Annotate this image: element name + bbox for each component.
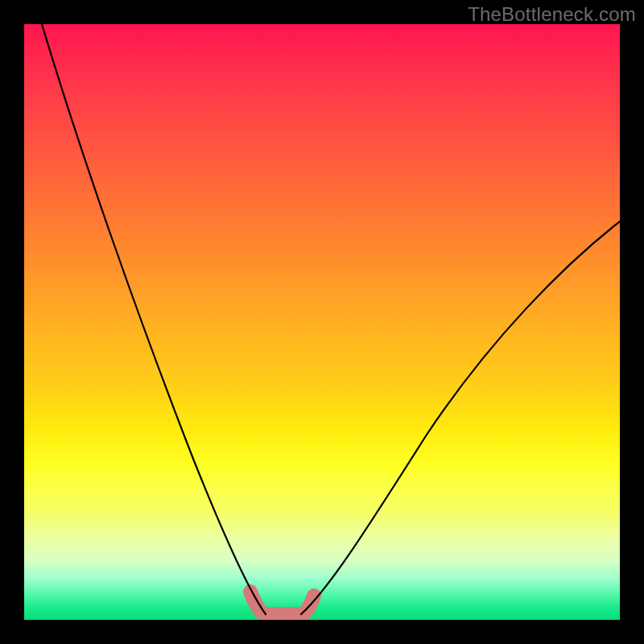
plot-area (24, 24, 620, 620)
chart-frame: TheBottleneck.com (0, 0, 644, 644)
curve-layer (24, 24, 620, 620)
watermark-text: TheBottleneck.com (468, 3, 636, 26)
left-curve (42, 24, 266, 614)
right-curve (301, 221, 620, 614)
